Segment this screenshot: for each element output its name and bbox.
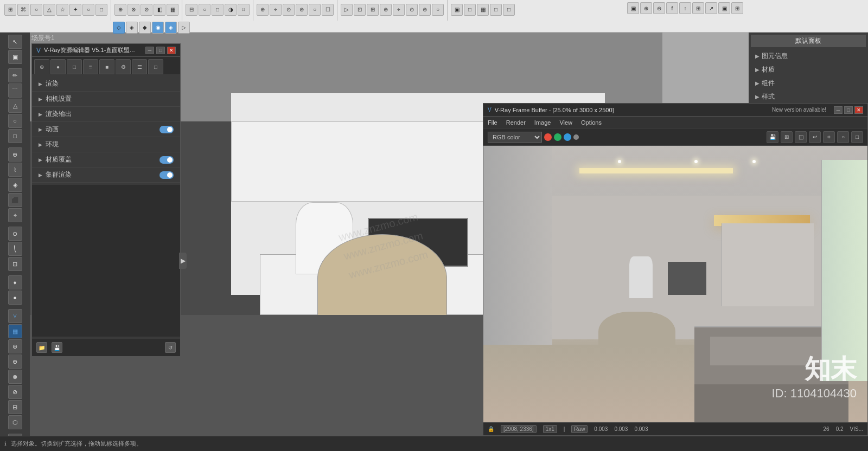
vfb-compare-icon[interactable]: ◫ [795, 131, 807, 143]
vfb-maximize-btn[interactable]: □ [844, 106, 853, 114]
vray-row-cluster[interactable]: ▶ 集群渲染 [32, 167, 180, 183]
lt-vray7[interactable]: ⊟ [8, 400, 22, 414]
tool32[interactable]: ○ [432, 4, 444, 16]
tool7[interactable]: ○ [82, 4, 94, 16]
lt-vray8[interactable]: ⬡ [8, 415, 22, 429]
select-tool[interactable]: ⊞ [4, 4, 16, 16]
vray-tool2[interactable]: ⊕ [640, 2, 652, 14]
vray-row-camera[interactable]: ▶ 相机设置 [32, 92, 180, 107]
tool6[interactable]: ✦ [69, 4, 81, 16]
vray-row-render[interactable]: ▶ 渲染 [32, 76, 180, 92]
axis-tool3[interactable]: ◆ [139, 22, 151, 34]
tool21[interactable]: ⊙ [283, 4, 295, 16]
vray-minimize-btn[interactable]: ─ [145, 47, 154, 54]
panel-item-style[interactable]: ▶ 样式 [751, 90, 866, 104]
vray-tool6[interactable]: ⊞ [692, 2, 704, 14]
vray-row-env[interactable]: ▶ 环境 [32, 137, 180, 152]
menu-options[interactable]: Options [581, 119, 602, 126]
vray-tab-tex[interactable]: ■ [99, 59, 114, 74]
tool25[interactable]: ▷ [341, 4, 353, 16]
tool23[interactable]: ○ [309, 4, 321, 16]
vray-reset-icon[interactable]: ↺ [165, 342, 176, 353]
vfb-minimize-btn[interactable]: ─ [834, 106, 843, 114]
alpha-channel-btn[interactable] [573, 134, 579, 140]
lt-paint[interactable]: ♦ [8, 275, 22, 289]
tool18[interactable]: ⌗ [238, 4, 250, 16]
tool29[interactable]: ⌖ [393, 4, 405, 16]
tool16[interactable]: □ [212, 4, 224, 16]
lt-vray6[interactable]: ⊘ [8, 385, 22, 399]
lt-tool2[interactable]: ▣ [8, 50, 22, 64]
vfb-save-icon[interactable]: 💾 [767, 131, 778, 143]
vray-tool8[interactable]: ▣ [718, 2, 730, 14]
lt-circle[interactable]: ○ [8, 114, 22, 128]
axis-tool4[interactable]: ◉ [152, 22, 164, 34]
vfb-lens-icon[interactable]: ○ [837, 131, 849, 143]
tool37[interactable]: □ [503, 4, 515, 16]
tool15[interactable]: ○ [199, 4, 210, 16]
tool19[interactable]: ⊕ [257, 4, 269, 16]
tool2[interactable]: ⌘ [17, 4, 29, 16]
lt-eraser[interactable]: ● [8, 291, 22, 305]
tool26[interactable]: ⊡ [354, 4, 366, 16]
tool11[interactable]: ⊘ [141, 4, 152, 16]
lt-vray2[interactable]: ▦ [8, 324, 22, 338]
lt-push[interactable]: ⌇ [8, 163, 22, 177]
lt-scale[interactable]: ⬛ [8, 193, 22, 207]
tool22[interactable]: ⊛ [296, 4, 308, 16]
tool27[interactable]: ⊞ [367, 4, 379, 16]
menu-render[interactable]: Render [506, 119, 526, 126]
cluster-toggle[interactable] [159, 171, 174, 179]
vray-tab-settings[interactable]: ⚙ [116, 59, 131, 74]
tool34[interactable]: □ [464, 4, 476, 16]
vray-tool1[interactable]: ▣ [627, 2, 639, 14]
vray-tool4[interactable]: f [666, 2, 678, 14]
menu-file[interactable]: File [488, 119, 497, 126]
tool31[interactable]: ⊛ [419, 4, 431, 16]
vray-row-animation[interactable]: ▶ 动画 [32, 122, 180, 137]
vray-tab-mat[interactable]: ≡ [83, 59, 98, 74]
tool17[interactable]: ◑ [225, 4, 237, 16]
vray-tab-extra[interactable]: □ [148, 59, 163, 74]
vfb-copy-icon[interactable]: ⊞ [781, 131, 793, 143]
lt-rotate[interactable]: ◈ [8, 178, 22, 192]
vfb-stamp-icon[interactable]: □ [851, 131, 863, 143]
vray-tool3[interactable]: ⊖ [653, 2, 665, 14]
panel-item-material[interactable]: ▶ 材质 [751, 63, 866, 76]
axis-tool5[interactable]: ◈ [165, 22, 177, 34]
tool13[interactable]: ▦ [167, 4, 178, 16]
tool9[interactable]: ⊕ [114, 4, 126, 16]
vfb-history-icon[interactable]: ↩ [809, 131, 821, 143]
tool14[interactable]: ⊟ [186, 4, 197, 16]
panel-item-component[interactable]: ▶ 组件 [751, 76, 866, 90]
vray-tab-render[interactable]: ⊕ [34, 59, 49, 74]
tool35[interactable]: ▦ [477, 4, 489, 16]
blue-channel-btn[interactable] [564, 133, 571, 141]
tool28[interactable]: ⊕ [380, 4, 392, 16]
axis-tool2[interactable]: ◈ [126, 22, 138, 34]
vray-maximize-btn[interactable]: □ [156, 47, 165, 54]
vray-tool7[interactable]: ↗ [705, 2, 717, 14]
vray-tab-light[interactable]: ● [50, 59, 66, 74]
menu-view[interactable]: View [559, 119, 572, 126]
tool8[interactable]: □ [95, 4, 107, 16]
red-channel-btn[interactable] [544, 133, 552, 141]
tool5[interactable]: ☆ [56, 4, 68, 16]
lt-rect[interactable]: □ [8, 129, 22, 143]
vray-row-material-override[interactable]: ▶ 材质覆盖 [32, 152, 180, 167]
lt-offset[interactable]: ⌖ [8, 208, 22, 222]
lt-text[interactable]: ⊡ [8, 257, 22, 271]
panel-item-yuansu[interactable]: ▶ 图元信息 [751, 49, 866, 63]
tool30[interactable]: ⊙ [406, 4, 418, 16]
axis-tool1[interactable]: ◇ [113, 22, 125, 34]
collapse-panel-btn[interactable]: ▶ [179, 253, 187, 269]
tool20[interactable]: ⌖ [270, 4, 282, 16]
menu-image[interactable]: Image [534, 119, 551, 126]
vfb-close-btn[interactable]: ✕ [854, 106, 863, 114]
lt-v1[interactable]: V [8, 309, 22, 323]
tool10[interactable]: ⊗ [127, 4, 139, 16]
lt-select[interactable]: ↖ [8, 35, 22, 49]
lt-shape[interactable]: △ [8, 99, 22, 113]
vray-tab-more[interactable]: ☰ [132, 59, 147, 74]
lt-vray3[interactable]: ⊛ [8, 339, 22, 353]
